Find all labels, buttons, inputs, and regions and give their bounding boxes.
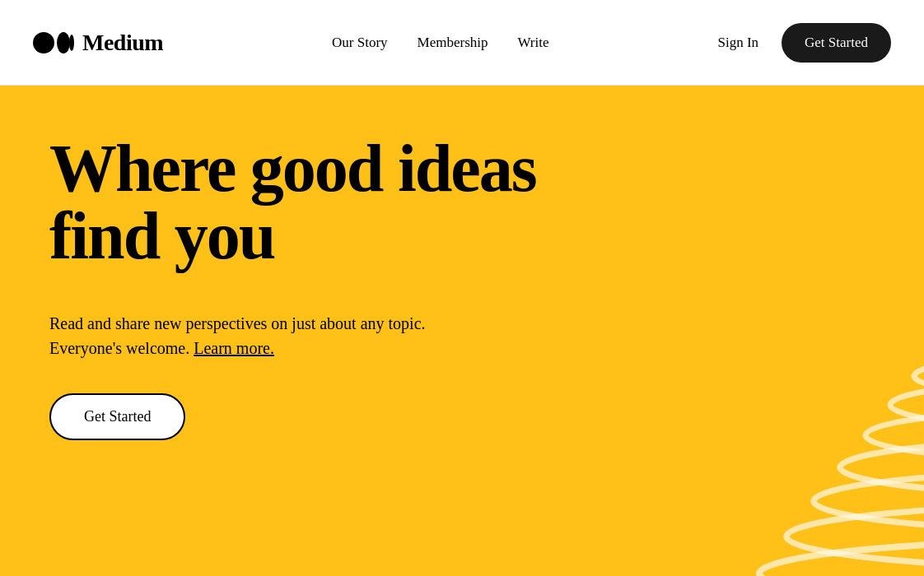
nav-our-story[interactable]: Our Story	[332, 35, 388, 50]
svg-point-23	[759, 539, 924, 576]
hero-content: Where good ideas find you Read and share…	[49, 135, 576, 440]
logo-link[interactable]: Medium	[33, 30, 163, 56]
hero-title: Where good ideas find you	[49, 135, 576, 270]
learn-more-link[interactable]: Learn more.	[194, 339, 274, 357]
hero-subtitle: Read and share new perspectives on just …	[49, 311, 478, 360]
get-started-hero-button[interactable]: Get Started	[49, 393, 185, 440]
logo-icon	[33, 32, 74, 53]
nav-write[interactable]: Write	[518, 35, 549, 50]
svg-point-2	[69, 35, 74, 51]
sign-in-link[interactable]: Sign In	[717, 35, 758, 51]
hero-section: Where good ideas find you Read and share…	[0, 86, 924, 576]
navbar: Medium Our Story Membership Write Sign I…	[0, 0, 924, 86]
svg-point-1	[57, 32, 70, 53]
logo-text: Medium	[82, 30, 163, 56]
get-started-nav-button[interactable]: Get Started	[782, 23, 891, 63]
nav-right: Sign In Get Started	[717, 23, 891, 63]
svg-text:WIDE DEEP FAR WIDE DEEP FAR WI: WIDE DEEP FAR WIDE DEEP FAR WIDE DEEP FA…	[463, 86, 737, 86]
nav-links: Our Story Membership Write	[332, 35, 549, 51]
svg-point-0	[33, 32, 54, 53]
nav-membership[interactable]: Membership	[418, 35, 488, 50]
